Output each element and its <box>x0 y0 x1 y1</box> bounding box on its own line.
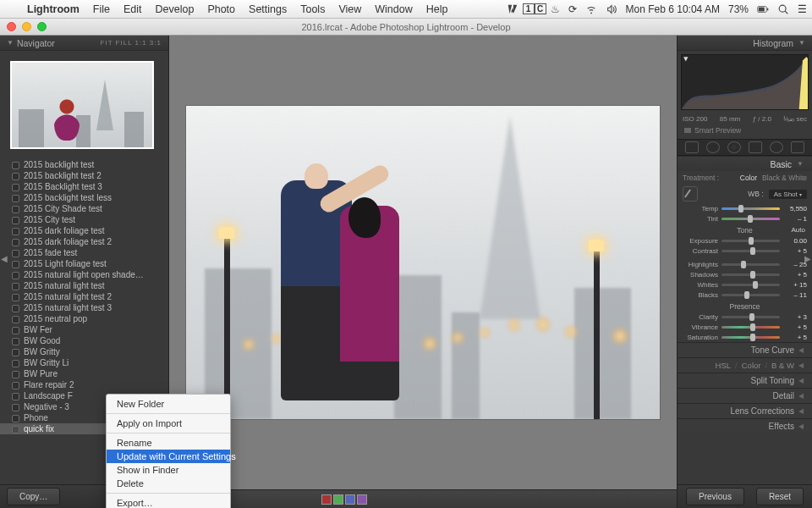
whites-slider[interactable]: Whites+ 15 <box>678 279 812 290</box>
preset-item[interactable]: 2015 natural light test <box>0 280 168 291</box>
preset-item[interactable]: Flare repair 2 <box>0 379 168 390</box>
preset-item[interactable]: 2015 natural light open shade… <box>0 269 168 280</box>
split-toning-section[interactable]: Split Toning◀ <box>678 373 812 388</box>
disclosure-triangle-icon[interactable]: ▼ <box>798 39 805 47</box>
preset-item[interactable]: 2015 backlight test less <box>0 192 168 203</box>
preset-item[interactable]: BW Gritty <box>0 346 168 357</box>
sys-clock[interactable]: Mon Feb 6 10:04 AM <box>622 3 724 15</box>
color-label-blue[interactable] <box>345 494 355 505</box>
sys-spotlight-icon[interactable] <box>773 3 793 15</box>
sys-volume-icon[interactable] <box>601 3 622 15</box>
previous-button[interactable]: Previous <box>686 488 744 505</box>
temp-slider[interactable]: Temp5,550 <box>678 203 812 213</box>
ctx-update-current-settings[interactable]: Update with Current Settings <box>107 450 230 463</box>
sys-wifi-icon[interactable] <box>581 3 601 15</box>
histogram-header[interactable]: Histogram ▼ <box>678 36 812 51</box>
preset-item[interactable]: 2015 dark foliage test <box>0 225 168 236</box>
menu-tools[interactable]: Tools <box>294 3 332 15</box>
maximize-icon[interactable] <box>37 22 47 31</box>
sys-notification-icon[interactable]: ☰ <box>793 3 812 15</box>
ctx-show-in-finder[interactable]: Show in Finder <box>107 463 230 477</box>
menu-file[interactable]: File <box>86 3 117 15</box>
menu-develop[interactable]: Develop <box>149 3 201 15</box>
crop-tool-icon[interactable] <box>685 141 699 153</box>
menu-view[interactable]: View <box>332 3 368 15</box>
detail-section[interactable]: Detail◀ <box>678 388 812 403</box>
color-label-red[interactable] <box>321 494 332 505</box>
window-titlebar[interactable]: 2016.lrcat - Adobe Photoshop Lightroom -… <box>0 19 812 36</box>
sys-adobe-icon[interactable] <box>502 3 523 15</box>
brush-tool-icon[interactable] <box>791 141 804 153</box>
sys-sync-icon[interactable]: ⟳ <box>564 3 581 15</box>
sys-battery-icon[interactable] <box>753 3 773 15</box>
preset-item[interactable]: 2015 Backlight test 3 <box>0 181 168 192</box>
copy-button[interactable]: Copy… <box>7 488 60 505</box>
blacks-slider[interactable]: Blacks– 11 <box>678 290 812 300</box>
color-label-green[interactable] <box>333 494 343 505</box>
menubar-app-name[interactable]: Lightroom <box>20 3 86 15</box>
disclosure-triangle-icon[interactable]: ▼ <box>7 39 14 47</box>
treatment-color[interactable]: Color <box>740 174 757 182</box>
preset-item[interactable]: BW Fer <box>0 324 168 335</box>
clarity-slider[interactable]: Clarity+ 3 <box>678 312 812 322</box>
color-label-purple[interactable] <box>357 494 367 505</box>
auto-tone-button[interactable]: Auto <box>792 226 805 234</box>
window-traffic-lights[interactable] <box>7 22 47 31</box>
radial-filter-icon[interactable] <box>770 141 783 153</box>
preset-item[interactable]: 2015 backlight test 2 <box>0 170 168 181</box>
treatment-bw[interactable]: Black & White <box>762 174 807 182</box>
close-icon[interactable] <box>7 22 16 31</box>
saturation-slider[interactable]: Saturation+ 5 <box>678 332 812 342</box>
histogram-graph[interactable] <box>681 54 809 110</box>
preset-item[interactable]: 2015 fade test <box>0 247 168 258</box>
preset-item[interactable]: 2015 natural light test 3 <box>0 302 168 313</box>
ctx-delete[interactable]: Delete <box>107 477 230 490</box>
sys-battery-percent[interactable]: 73% <box>724 3 753 15</box>
preset-item[interactable]: 2015 backlight test <box>0 159 168 170</box>
highlights-slider[interactable]: Highlights– 25 <box>678 259 812 269</box>
navigator-zoom-options[interactable]: FIT FILL 1:1 3:1 <box>101 39 162 47</box>
preset-item[interactable]: 2015 natural light test 2 <box>0 291 168 302</box>
menu-help[interactable]: Help <box>420 3 455 15</box>
minimize-icon[interactable] <box>22 22 31 31</box>
wb-eyedropper-icon[interactable] <box>683 186 698 202</box>
tint-slider[interactable]: Tint– 1 <box>678 213 812 224</box>
sys-backblaze-icon[interactable]: ♨ <box>546 3 564 15</box>
spot-tool-icon[interactable] <box>706 141 720 153</box>
sys-cc-icon[interactable]: C <box>535 3 546 14</box>
menu-edit[interactable]: Edit <box>117 3 149 15</box>
expand-right-icon[interactable]: ▶ <box>804 254 811 263</box>
ctx-export[interactable]: Export… <box>107 496 230 508</box>
redeye-tool-icon[interactable] <box>727 141 741 153</box>
lens-corrections-section[interactable]: Lens Corrections◀ <box>678 403 812 418</box>
vibrance-slider[interactable]: Vibrance+ 5 <box>678 322 812 332</box>
effects-section[interactable]: Effects◀ <box>678 418 812 433</box>
preset-item[interactable]: 2015 City Shade test <box>0 203 168 214</box>
ctx-apply-on-import[interactable]: Apply on Import <box>107 417 230 430</box>
expand-left-icon[interactable]: ◀ <box>1 254 8 263</box>
ctx-rename[interactable]: Rename <box>107 436 230 450</box>
preset-item[interactable]: BW Pure <box>0 368 168 379</box>
contrast-slider[interactable]: Contrast+ 5 <box>678 246 812 256</box>
navigator-header[interactable]: ▼ Navigator FIT FILL 1:1 3:1 <box>0 36 168 51</box>
shadows-slider[interactable]: Shadows+ 5 <box>678 269 812 279</box>
wb-picker[interactable]: As Shot ▾ <box>769 190 807 199</box>
navigator-thumbnail[interactable] <box>10 61 154 149</box>
reset-button[interactable]: Reset <box>756 488 804 505</box>
preset-item[interactable]: 2015 neutral pop <box>0 313 168 324</box>
preset-item[interactable]: BW Good <box>0 335 168 346</box>
preset-item[interactable]: 2015 Light foliage test <box>0 258 168 269</box>
basic-section-header[interactable]: Basic▼ <box>678 156 812 171</box>
preset-item[interactable]: 2015 City test <box>0 214 168 225</box>
tone-curve-section[interactable]: Tone Curve◀ <box>678 342 812 357</box>
preset-item[interactable]: BW Gritty Li <box>0 357 168 368</box>
menu-photo[interactable]: Photo <box>200 3 242 15</box>
grad-filter-icon[interactable] <box>749 141 762 153</box>
hsl-section[interactable]: HSL/Color/B & W◀ <box>678 357 812 373</box>
canvas-area[interactable] <box>169 36 677 489</box>
preset-item[interactable]: 2015 dark foliage test 2 <box>0 236 168 247</box>
exposure-slider[interactable]: Exposure0.00 <box>678 235 812 246</box>
menu-settings[interactable]: Settings <box>242 3 294 15</box>
photo-preview[interactable] <box>186 106 660 419</box>
sys-one-icon[interactable]: 1 <box>523 3 535 14</box>
